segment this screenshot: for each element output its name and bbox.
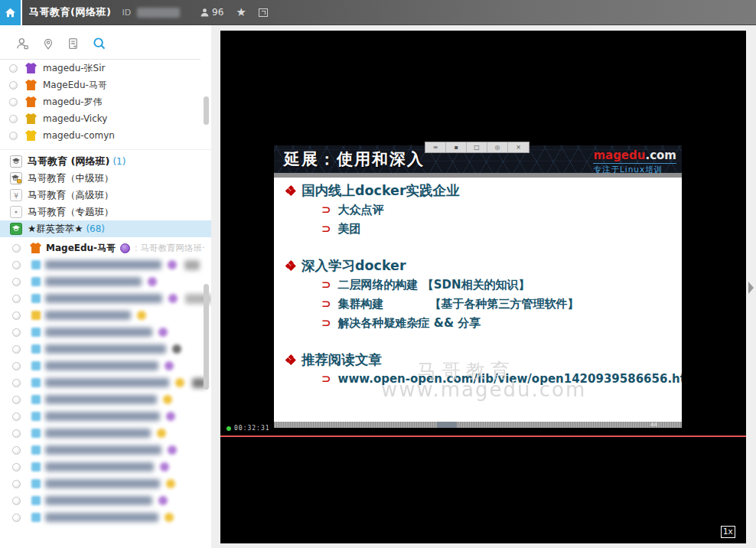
svg-text:¥: ¥ xyxy=(14,192,18,200)
group-row[interactable]: ¥马哥教育（高级班） xyxy=(0,187,211,204)
slide-toolbar-button[interactable]: ≡ xyxy=(425,142,446,152)
slide-toolbar-button[interactable]: □ xyxy=(467,142,487,152)
slide-section: 推荐阅读文章⊃www.open-open.com/lib/view/open14… xyxy=(286,350,682,389)
member-name-blurred xyxy=(45,513,158,522)
member-row-blurred[interactable] xyxy=(0,374,211,391)
timer-value: 00:32:31 xyxy=(234,425,270,432)
brand-suffix: .com xyxy=(645,148,676,162)
group-count: (1) xyxy=(112,156,125,167)
playback-timer: 00:32:31 xyxy=(226,425,270,432)
sidebar-toolbar xyxy=(0,25,200,60)
status-circle-icon xyxy=(12,362,21,370)
member-name: MageEdu-马哥 xyxy=(43,79,107,92)
status-circle-icon xyxy=(12,278,21,286)
member-name-blurred xyxy=(45,311,131,320)
member-row[interactable]: magedu-罗伟 xyxy=(0,93,211,110)
status-circle-icon xyxy=(12,463,21,471)
member-row-blurred[interactable] xyxy=(0,357,211,374)
slide-item-text: 集群构建 【基于各种第三方管理软件】 xyxy=(338,297,579,311)
brand-tagline: 专注于Linux培训 xyxy=(593,163,676,175)
member-row-blurred[interactable] xyxy=(0,442,211,458)
member-shirt-icon xyxy=(25,113,37,124)
group-row[interactable]: 马哥教育（中级班） xyxy=(0,170,211,187)
member-name-blurred xyxy=(45,260,161,269)
slide-heading: 国内线上docker实践企业 xyxy=(286,181,682,201)
member-row[interactable]: magedu-张Sir xyxy=(0,60,211,77)
video-player[interactable]: 延展：使用和深入 magedu.com 专注于Linux培训 ≡▪□◎× 马哥教… xyxy=(220,31,746,543)
member-note: ：马哥教育网络班····· xyxy=(132,243,205,254)
recording-dot-icon xyxy=(226,426,231,431)
person-icon xyxy=(200,8,210,18)
slide-heading-text: 推荐阅读文章 xyxy=(301,350,382,370)
group-row[interactable]: 马哥教育（专题班） xyxy=(0,204,211,220)
slide-section: 深入学习docker⊃二层网络的构建 【SDN相关的知识】⊃集群构建 【基于各种… xyxy=(286,256,682,333)
member-badge-icon xyxy=(31,513,41,522)
slide-bullet-item: ⊃解决各种疑难杂症 && 分享 xyxy=(321,314,682,333)
slide-toolbar-button[interactable]: ◎ xyxy=(487,142,508,152)
scrollbar-thumb[interactable] xyxy=(204,284,209,390)
member-badge-icon xyxy=(166,479,175,488)
member-row-blurred[interactable] xyxy=(0,509,211,526)
member-shirt-icon xyxy=(25,130,37,141)
member-row-blurred[interactable] xyxy=(0,391,211,408)
member-row-blurred[interactable] xyxy=(0,290,211,307)
member-row[interactable]: magedu-Vicky xyxy=(0,110,211,127)
member-badge-icon xyxy=(31,412,41,421)
location-icon[interactable] xyxy=(41,36,55,51)
status-circle-icon xyxy=(12,480,21,488)
member-row-blurred[interactable] xyxy=(0,273,211,290)
member-row-blurred[interactable] xyxy=(0,425,211,442)
group-row[interactable]: ★群英荟萃★(68) xyxy=(0,220,211,237)
status-circle-icon xyxy=(12,261,21,269)
member-row[interactable]: magedu-comyn xyxy=(0,127,211,144)
member-row-blurred[interactable] xyxy=(0,307,211,324)
slide-item-text: www.open-open.com/lib/view/open142093958… xyxy=(338,372,682,386)
member-name: magedu-comyn xyxy=(43,130,115,141)
status-circle-icon xyxy=(12,345,21,354)
window-title: 马哥教育(网络班) xyxy=(29,5,111,19)
playback-speed-badge[interactable]: 1x xyxy=(721,526,735,538)
member-row-blurred[interactable] xyxy=(0,256,211,273)
member-row-blurred[interactable] xyxy=(0,324,211,341)
member-row-blurred[interactable] xyxy=(0,458,211,475)
caplock-icon xyxy=(10,172,22,184)
search-icon[interactable] xyxy=(91,35,107,51)
member-row-blurred[interactable] xyxy=(0,341,211,357)
title-badge-icon xyxy=(120,243,130,253)
member-name: MageEdu-马哥 xyxy=(46,242,116,255)
slide-toolbar-button[interactable]: × xyxy=(508,142,529,152)
home-icon[interactable] xyxy=(0,0,22,25)
slide-item-text: 美团 xyxy=(338,222,361,236)
slide-bullet-item: ⊃美团 xyxy=(321,220,682,239)
notes-icon[interactable] xyxy=(66,36,80,51)
member-row[interactable]: MageEdu-马哥 xyxy=(0,77,211,93)
slide-bullet-item: ⊃二层网络的构建 【SDN相关的知识】 xyxy=(321,276,682,295)
diamond-bullet-icon xyxy=(286,186,295,195)
slide-title: 延展：使用和深入 xyxy=(284,148,425,170)
favorite-star-icon[interactable]: ★ xyxy=(236,7,246,18)
member-name-blurred xyxy=(45,479,160,488)
group-row[interactable]: 马哥教育 (网络班)(1) xyxy=(0,153,211,170)
member-badge-icon xyxy=(31,378,41,387)
slide-annotation-toolbar: ≡▪□◎× xyxy=(425,142,530,153)
member-row-blurred[interactable] xyxy=(0,475,211,492)
status-circle-icon xyxy=(12,295,21,303)
member-name-blurred xyxy=(45,378,169,387)
member-extra-blurred xyxy=(184,260,200,270)
member-row[interactable]: MageEdu-马哥：马哥教育网络班····· xyxy=(0,240,211,256)
member-row-blurred[interactable] xyxy=(0,408,211,425)
capgreen-icon xyxy=(10,223,22,235)
scrollbar-thumb[interactable] xyxy=(204,96,209,125)
member-badge-icon xyxy=(163,395,172,404)
video-stage: 延展：使用和深入 magedu.com 专注于Linux培训 ≡▪□◎× 马哥教… xyxy=(211,25,756,548)
progress-bar[interactable] xyxy=(220,435,746,437)
member-row-blurred[interactable] xyxy=(0,492,211,509)
panel-expand-arrow[interactable] xyxy=(748,282,754,294)
popout-icon[interactable] xyxy=(259,8,268,17)
slide-scrollbar[interactable]: 44 xyxy=(274,422,682,428)
member-badge-icon xyxy=(31,328,41,337)
slide-heading: 推荐阅读文章 xyxy=(286,350,682,370)
contacts-icon[interactable] xyxy=(15,36,31,51)
slide-toolbar-button[interactable]: ▪ xyxy=(446,142,467,152)
member-name-blurred xyxy=(45,344,166,354)
